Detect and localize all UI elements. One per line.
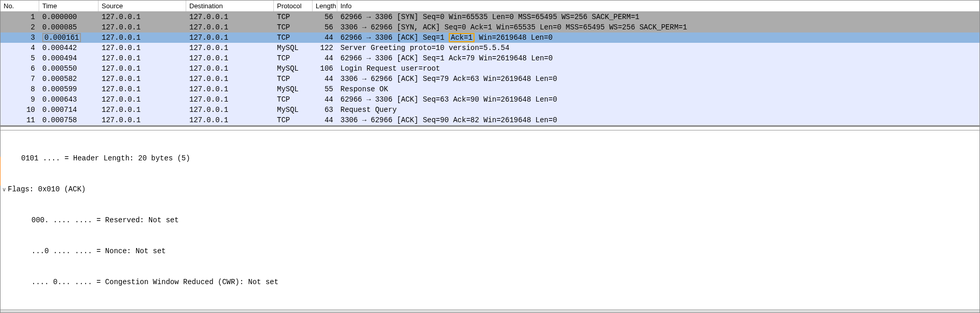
cell-protocol: MySQL	[274, 44, 313, 52]
cell-time: 0.000085	[39, 23, 99, 31]
cell-destination: 127.0.0.1	[186, 44, 274, 52]
cell-destination: 127.0.0.1	[186, 116, 274, 124]
table-row[interactable]: 80.000599127.0.0.1127.0.0.1MySQL55Respon…	[1, 84, 979, 94]
cell-no: 9	[1, 95, 39, 104]
packet-list[interactable]: No. Time Source Destination Protocol Len…	[1, 1, 979, 126]
cell-length: 55	[313, 85, 337, 93]
cell-info: 62966 → 3306 [ACK] Seq=1 Ack=1 Win=26196…	[337, 33, 979, 42]
cell-length: 63	[313, 106, 337, 114]
cell-info: 3306 → 62966 [ACK] Seq=90 Ack=82 Win=261…	[337, 116, 979, 124]
cell-protocol: TCP	[274, 95, 313, 104]
cell-source: 127.0.0.1	[99, 95, 186, 104]
cell-source: 127.0.0.1	[99, 54, 186, 62]
col-source[interactable]: Source	[99, 1, 186, 11]
table-row[interactable]: 60.000550127.0.0.1127.0.0.1MySQL106Login…	[1, 63, 979, 74]
cell-destination: 127.0.0.1	[186, 13, 274, 21]
cell-protocol: TCP	[274, 13, 313, 21]
cell-length: 44	[313, 75, 337, 83]
table-row[interactable]: 10.000000127.0.0.1127.0.0.1TCP5662966 → …	[1, 12, 979, 22]
cell-source: 127.0.0.1	[99, 13, 186, 21]
cell-protocol: MySQL	[274, 64, 313, 73]
flag-cwr[interactable]: .... 0... .... = Congestion Window Reduc…	[1, 277, 979, 287]
cell-destination: 127.0.0.1	[186, 106, 274, 114]
col-time[interactable]: Time	[39, 1, 99, 11]
cell-source: 127.0.0.1	[99, 44, 186, 52]
cell-no: 11	[1, 116, 39, 124]
cell-info: Response OK	[337, 85, 979, 93]
cell-time: 0.000714	[39, 106, 99, 114]
cell-time: 0.000494	[39, 54, 99, 62]
cell-source: 127.0.0.1	[99, 34, 186, 42]
cell-info: Login Request user=root	[337, 64, 979, 73]
cell-destination: 127.0.0.1	[186, 75, 274, 83]
flag-reserved[interactable]: 000. .... .... = Reserved: Not set	[1, 215, 979, 225]
cell-time: 0.000550	[39, 64, 99, 73]
cell-source: 127.0.0.1	[99, 106, 186, 114]
col-no[interactable]: No.	[1, 1, 39, 11]
cell-info: Server Greeting proto=10 version=5.5.54	[337, 44, 979, 52]
cell-protocol: TCP	[274, 23, 313, 31]
cell-length: 44	[313, 95, 337, 104]
pane-splitter[interactable]	[1, 126, 979, 130]
field-flags-label: Flags: 0x010 (ACK)	[8, 185, 86, 193]
col-info[interactable]: Info	[337, 1, 979, 11]
bottom-scrollbar[interactable]	[1, 309, 979, 312]
cell-source: 127.0.0.1	[99, 116, 186, 124]
cell-no: 2	[1, 23, 39, 31]
cell-destination: 127.0.0.1	[186, 23, 274, 31]
table-row[interactable]: 110.000758127.0.0.1127.0.0.1TCP443306 → …	[1, 115, 979, 125]
cell-protocol: TCP	[274, 75, 313, 83]
cell-protocol: MySQL	[274, 106, 313, 114]
cell-no: 4	[1, 44, 39, 52]
cell-source: 127.0.0.1	[99, 64, 186, 73]
cell-protocol: TCP	[274, 34, 313, 42]
packet-details[interactable]: 0101 .... = Header Length: 20 bytes (5) …	[1, 130, 979, 309]
cell-no: 7	[1, 75, 39, 83]
cell-time: 0.000599	[39, 85, 99, 93]
cell-info: 3306 → 62966 [SYN, ACK] Seq=0 Ack=1 Win=…	[337, 23, 979, 31]
cell-no: 10	[1, 106, 39, 114]
cell-protocol: TCP	[274, 116, 313, 124]
cell-no: 5	[1, 54, 39, 62]
table-row[interactable]: 40.000442127.0.0.1127.0.0.1MySQL122Serve…	[1, 43, 979, 53]
cell-length: 44	[313, 34, 337, 42]
col-destination[interactable]: Destination	[186, 1, 274, 11]
cell-length: 56	[313, 13, 337, 21]
packet-list-header[interactable]: No. Time Source Destination Protocol Len…	[1, 1, 979, 12]
cell-source: 127.0.0.1	[99, 75, 186, 83]
cell-length: 122	[313, 44, 337, 52]
cell-destination: 127.0.0.1	[186, 64, 274, 73]
cell-info: 62966 → 3306 [ACK] Seq=63 Ack=90 Win=261…	[337, 95, 979, 104]
flag-nonce[interactable]: ...0 .... .... = Nonce: Not set	[1, 246, 979, 256]
cell-source: 127.0.0.1	[99, 85, 186, 93]
cell-no: 1	[1, 13, 39, 21]
cell-no: 3	[1, 34, 39, 42]
cell-length: 44	[313, 54, 337, 62]
cell-time: 0.000643	[39, 95, 99, 104]
table-row[interactable]: 100.000714127.0.0.1127.0.0.1MySQL63Reque…	[1, 105, 979, 115]
cell-destination: 127.0.0.1	[186, 85, 274, 93]
cell-length: 106	[313, 64, 337, 73]
col-protocol[interactable]: Protocol	[274, 1, 313, 11]
cell-source: 127.0.0.1	[99, 23, 186, 31]
col-length[interactable]: Length	[313, 1, 337, 11]
cell-info: 3306 → 62966 [ACK] Seq=79 Ack=63 Win=261…	[337, 75, 979, 83]
field-header-length[interactable]: 0101 .... = Header Length: 20 bytes (5)	[1, 153, 979, 163]
cell-info: 62966 → 3306 [ACK] Seq=1 Ack=79 Win=2619…	[337, 54, 979, 62]
cell-destination: 127.0.0.1	[186, 54, 274, 62]
table-row[interactable]: 50.000494127.0.0.1127.0.0.1TCP4462966 → …	[1, 53, 979, 63]
field-flags[interactable]: ∨Flags: 0x010 (ACK)	[1, 184, 979, 194]
table-row[interactable]: 20.000085127.0.0.1127.0.0.1TCP563306 → 6…	[1, 22, 979, 32]
table-row[interactable]: 90.000643127.0.0.1127.0.0.1TCP4462966 → …	[1, 94, 979, 105]
table-row[interactable]: 30.000161127.0.0.1127.0.0.1TCP4462966 → …	[1, 32, 979, 43]
cell-info: 62966 → 3306 [SYN] Seq=0 Win=65535 Len=0…	[337, 13, 979, 21]
cell-time: 0.000758	[39, 116, 99, 124]
cell-info: Request Query	[337, 106, 979, 114]
cell-destination: 127.0.0.1	[186, 95, 274, 104]
flag-ecn[interactable]: .... .0.. .... = ECN-Echo: Not set	[1, 308, 979, 309]
cell-protocol: MySQL	[274, 85, 313, 93]
cell-protocol: TCP	[274, 54, 313, 62]
chevron-down-icon[interactable]: ∨	[1, 184, 8, 194]
table-row[interactable]: 70.000582127.0.0.1127.0.0.1TCP443306 → 6…	[1, 74, 979, 84]
cell-no: 6	[1, 64, 39, 73]
